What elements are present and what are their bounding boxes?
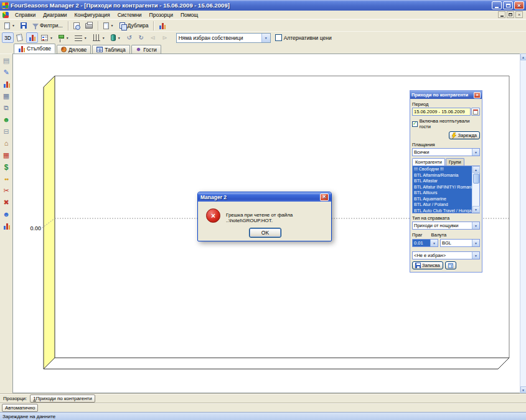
menu-system[interactable]: Системни [114,11,146,19]
payments-coins-icon[interactable]: ●● [1,174,11,184]
automatic-button[interactable]: Автоматично [2,404,38,412]
close-button[interactable]: × [514,1,524,9]
checkbox-box[interactable]: ✓ [412,121,418,127]
list-item[interactable]: BTL Aquamarine [413,196,472,202]
scroll-down-icon[interactable]: ▼ [520,386,526,393]
printer-tray-icon[interactable]: ⊟ [1,127,11,136]
chevron-down-icon[interactable]: ▼ [261,34,270,42]
list-item[interactable]: BTL Alltours [413,190,472,196]
mdi-close-button[interactable]: × [515,11,523,18]
dialog-title-bar[interactable]: Manager 2 × [198,192,331,202]
tab-guests[interactable]: ☻Гости [131,45,161,54]
list-item[interactable]: BTL Alfamina/Romania [413,172,472,179]
filters-button[interactable]: Филтри... [30,21,65,31]
scroll-down-icon[interactable]: ▼ [472,206,480,213]
guests-icon[interactable]: ☻ [1,115,11,124]
list-item[interactable]: BTL Alfatur INFINITY/ Romani [413,184,472,190]
windows-cards-icon[interactable]: ▤ [1,56,11,65]
menu-reports[interactable]: Справки [11,11,39,19]
period-input[interactable]: 15.06.2009 - 15.06.2009 [412,108,471,116]
panel-close-button[interactable]: × [474,92,481,98]
scroll-thumb[interactable] [473,174,479,184]
legend-button[interactable]: ▼ [39,32,55,43]
bar-style-button[interactable]: ▼ [108,32,123,43]
chevron-down-icon[interactable]: ▼ [472,252,479,259]
tab-shares[interactable]: Дялове [57,45,91,54]
person-chart-icon[interactable] [1,222,11,231]
tab-groups[interactable]: Групи [446,158,464,166]
save-report-button[interactable]: Записва [412,261,443,269]
windows-label: Прозорци: [3,396,27,401]
rooms-grid-icon[interactable]: ▦ [1,151,11,160]
scroll-up-icon[interactable]: ▲ [472,166,480,173]
rotate-cw-button[interactable]: ↻ [136,32,147,43]
payments-select[interactable]: Всички ▼ [412,148,480,156]
payments-label: Плащания [412,142,480,147]
panel-title-bar[interactable]: Приходи по контрагенти × [410,91,482,99]
export-button[interactable]: ▼ [101,21,116,31]
mdi-minimize-button[interactable] [498,11,505,18]
owner-select[interactable]: Няма избран собственици ▼ [176,33,271,43]
edit-report-icon[interactable]: ✎ [1,68,11,77]
alternative-prices-checkbox[interactable]: Алтернативни цени [275,34,332,41]
restore-button[interactable] [503,1,513,9]
include-guests-checkbox[interactable]: ✓ Включва неотпътували гости [412,118,480,129]
saved-report-select[interactable]: <Не е избран> ▼ [412,251,480,259]
bars-view-button[interactable] [26,32,38,43]
print-button[interactable] [83,21,95,31]
status-text: Зареждане на данните [2,414,55,419]
mdi-restore-button[interactable] [507,11,514,18]
tab-contractors[interactable]: Контрагенти [412,158,445,166]
save-button[interactable] [18,21,29,31]
threshold-input[interactable]: 0.01 ▼ [412,239,438,247]
calendar-button[interactable] [471,108,480,116]
calculator-icon[interactable]: ▦ [1,91,11,101]
print-preview-button[interactable] [71,21,82,31]
list-item[interactable]: BTL Atur / Poland [413,202,472,208]
minimize-button[interactable] [492,1,502,9]
vertical-scrollbar[interactable]: ▲ ▼ [520,54,526,393]
values-forward-button[interactable]: ⊳ [159,32,171,43]
discounts-icon[interactable]: ✂ [1,186,11,195]
vertical-grid-button[interactable]: ▼ [90,32,108,43]
menu-diagrams[interactable]: Диаграми [39,11,70,19]
chevron-down-icon[interactable]: ▼ [472,240,479,246]
scroll-up-icon[interactable]: ▲ [520,54,526,60]
tab-bars[interactable]: Стълбове [14,44,55,54]
load-button[interactable]: Зарежда [449,131,480,139]
report-type-select[interactable]: Приходи от нощувки ▼ [412,222,480,230]
currency-icon[interactable]: $ [1,162,11,172]
list-item[interactable]: !!! Свободни !!! [413,166,472,172]
table-view-button[interactable] [445,261,456,269]
menu-configuration[interactable]: Конфигурация [71,11,114,19]
hotel-building-icon[interactable]: ⌂ [1,139,11,148]
chart-flag-icon[interactable] [1,80,11,89]
chevron-down-icon[interactable]: ▼ [472,149,479,156]
list-scrollbar[interactable]: ▲ ▼ [472,166,479,213]
menu-help[interactable]: Помощ [177,11,202,19]
new-report-button[interactable]: ▼ [2,21,17,31]
cancellations-icon[interactable]: ✖ [1,198,11,207]
guest-report-icon[interactable]: ☻ [1,210,11,219]
rotate-ccw-button[interactable]: ↺ [124,32,135,43]
window-button-revenue[interactable]: 1 Приходи по контрагенти [30,394,95,403]
rotate-chart-button[interactable] [14,32,26,43]
checkbox-box[interactable] [275,34,282,41]
duplicate-button[interactable]: Дублира [117,21,151,31]
horizontal-grid-button[interactable]: ▼ [72,32,90,43]
dialog-close-button[interactable]: × [320,194,329,201]
chevron-down-icon[interactable]: ▼ [430,240,438,246]
chart-toolbar: 3D ▼ ▼ ▼ ▼ ▼ ↺ ↻ ⊲ ⊳ Няма избран собстве… [0,31,526,44]
currency-select[interactable]: BGL ▼ [440,239,480,247]
copy-report-icon[interactable]: ⧉ [1,103,11,113]
tab-table[interactable]: Таблица [92,45,129,54]
chevron-down-icon[interactable]: ▼ [472,222,479,229]
values-back-button[interactable]: ⊲ [148,32,159,43]
menu-windows[interactable]: Прозорци [146,11,177,19]
list-item[interactable]: BTL Alfastar [413,178,472,184]
labels-button[interactable]: ▼ [56,32,72,43]
list-item[interactable]: BTL Auto Club Travel / Hunga [413,208,472,213]
ok-button[interactable]: OK [249,228,281,238]
chart-button[interactable] [156,21,168,31]
3d-toggle-button[interactable]: 3D [2,32,14,43]
